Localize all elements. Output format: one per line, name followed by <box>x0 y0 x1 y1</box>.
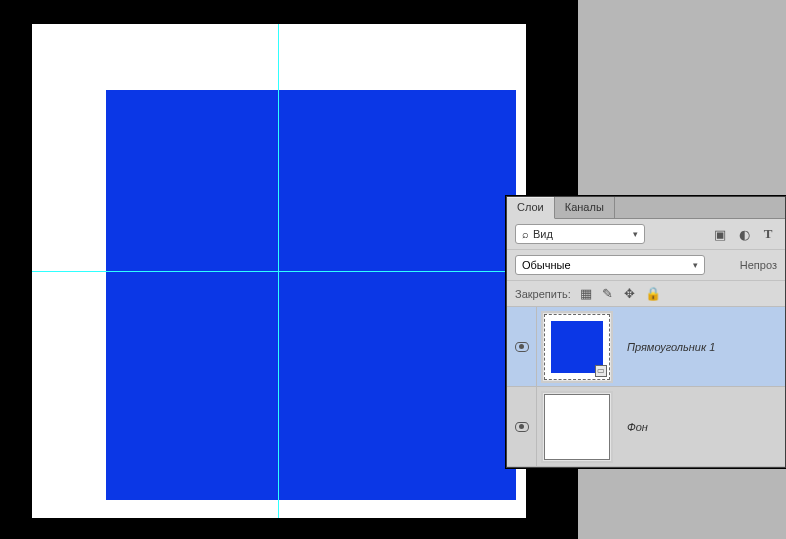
layer-visibility-toggle[interactable] <box>507 307 537 386</box>
lock-pixels-icon[interactable]: ▦ <box>579 286 593 301</box>
layer-thumbnail[interactable] <box>544 394 610 460</box>
layer-name[interactable]: Фон <box>617 421 785 433</box>
chevron-down-icon: ▾ <box>633 229 638 239</box>
layer-row[interactable]: ▭ Прямоугольник 1 <box>507 307 785 387</box>
shape-badge-icon: ▭ <box>595 365 607 377</box>
eye-icon <box>515 342 529 352</box>
panel-tabbar: Слои Каналы <box>507 197 785 219</box>
layer-name[interactable]: Прямоугольник 1 <box>617 341 785 353</box>
layer-filter-icons: ▣ ◐ T <box>713 226 777 242</box>
lock-label: Закрепить: <box>515 288 571 300</box>
layer-filter-label: Вид <box>533 228 629 240</box>
tab-channels[interactable]: Каналы <box>555 197 615 219</box>
lock-position-icon[interactable]: ✥ <box>623 286 637 301</box>
guide-horizontal[interactable] <box>32 271 526 272</box>
layer-filter-select[interactable]: ⌕ Вид ▾ <box>515 224 645 244</box>
search-icon: ⌕ <box>522 228 529 240</box>
workspace: Слои Каналы ⌕ Вид ▾ ▣ ◐ T Обычные ▾ Непр… <box>0 0 786 539</box>
lock-brush-icon[interactable]: ✎ <box>601 286 615 301</box>
tab-layers[interactable]: Слои <box>507 197 555 219</box>
chevron-down-icon: ▾ <box>693 260 698 270</box>
lock-row: Закрепить: ▦ ✎ ✥ 🔒 <box>507 281 785 307</box>
layer-thumbnail[interactable]: ▭ <box>544 314 610 380</box>
filter-adjust-icon[interactable]: ◐ <box>737 227 751 242</box>
shape-rectangle[interactable] <box>106 90 516 500</box>
layer-filter-row: ⌕ Вид ▾ ▣ ◐ T <box>507 219 785 250</box>
layers-panel: Слои Каналы ⌕ Вид ▾ ▣ ◐ T Обычные ▾ Непр… <box>506 196 786 468</box>
filter-pixel-icon[interactable]: ▣ <box>713 227 727 242</box>
layer-thumbnail-wrap: ▭ <box>537 314 617 380</box>
blend-mode-select[interactable]: Обычные ▾ <box>515 255 705 275</box>
blend-row: Обычные ▾ Непроз <box>507 250 785 281</box>
filter-type-icon[interactable]: T <box>761 226 775 242</box>
layer-row[interactable]: Фон <box>507 387 785 467</box>
layer-thumbnail-wrap <box>537 394 617 460</box>
lock-all-icon[interactable]: 🔒 <box>645 286 659 301</box>
layer-list: ▭ Прямоугольник 1 Фон <box>507 307 785 467</box>
layer-visibility-toggle[interactable] <box>507 387 537 466</box>
eye-icon <box>515 422 529 432</box>
opacity-label: Непроз <box>740 259 777 271</box>
blend-mode-value: Обычные <box>522 259 571 271</box>
